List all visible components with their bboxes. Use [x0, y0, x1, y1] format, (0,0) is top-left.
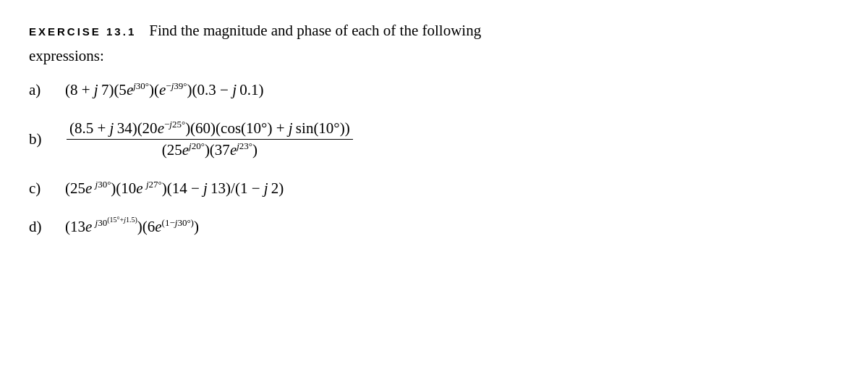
- header: EXERCISE 13.1 Find the magnitude and pha…: [29, 20, 839, 41]
- expressions-label: expressions:: [29, 47, 839, 65]
- part-a: a) (8 + j 7)(5ej30°)(e−j39°)(0.3 − j 0.1…: [29, 81, 839, 99]
- fraction-b-numerator: (8.5 + j 34)(20e−j25°)(60)(cos(10°) + j …: [67, 119, 353, 140]
- part-c-expr: (25e j30°)(10e j27°)(14 − j 13)/(1 − j 2…: [65, 180, 284, 198]
- part-a-expr: (8 + j 7)(5ej30°)(e−j39°)(0.3 − j 0.1): [65, 81, 263, 99]
- part-c: c) (25e j30°)(10e j27°)(14 − j 13)/(1 − …: [29, 180, 839, 198]
- part-c-label: c): [29, 180, 65, 198]
- fraction-b: (8.5 + j 34)(20e−j25°)(60)(cos(10°) + j …: [67, 119, 353, 159]
- parts-container: a) (8 + j 7)(5ej30°)(e−j39°)(0.3 − j 0.1…: [29, 81, 839, 236]
- exercise-label: EXERCISE 13.1: [29, 24, 136, 39]
- part-b-expr: (8.5 + j 34)(20e−j25°)(60)(cos(10°) + j …: [65, 119, 354, 159]
- part-d-expr: (13e j30(15°+j1.5))(6e(1−j30°)): [65, 218, 199, 236]
- instruction-text: Find the magnitude and phase of each of …: [149, 20, 481, 41]
- part-a-label: a): [29, 81, 65, 99]
- part-b-label: b): [29, 130, 65, 148]
- part-d-label: d): [29, 218, 65, 236]
- fraction-b-denominator: (25ej20°)(37ej23°): [159, 140, 260, 159]
- part-d: d) (13e j30(15°+j1.5))(6e(1−j30°)): [29, 218, 839, 236]
- part-b: b) (8.5 + j 34)(20e−j25°)(60)(cos(10°) +…: [29, 119, 839, 159]
- page: EXERCISE 13.1 Find the magnitude and pha…: [0, 0, 868, 380]
